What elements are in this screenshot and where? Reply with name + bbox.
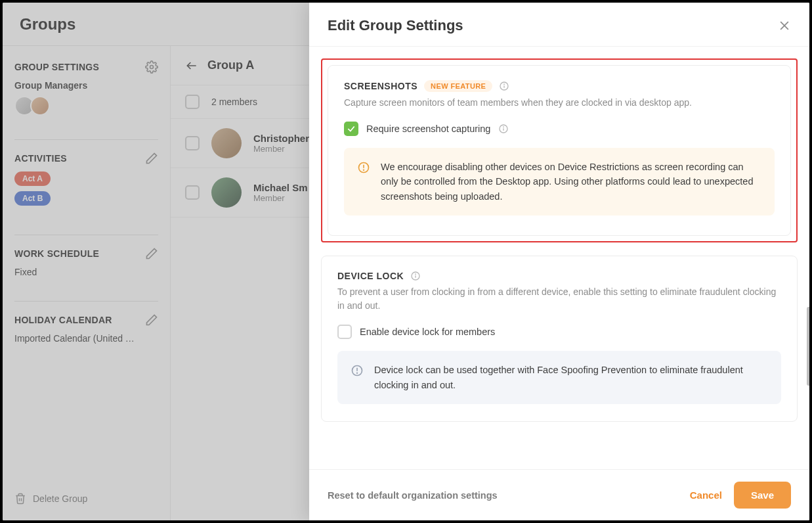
device-lock-desc: To prevent a user from clocking in from … <box>337 285 781 313</box>
enable-device-lock-label: Enable device lock for members <box>360 327 495 337</box>
warning-icon <box>357 160 370 204</box>
info-icon[interactable] <box>410 271 421 281</box>
require-screenshot-label: Require screenshot capturing <box>366 124 490 134</box>
screenshots-warning: We encourage disabling other devices on … <box>344 148 775 216</box>
device-lock-title: DEVICE LOCK <box>337 271 404 281</box>
svg-point-9 <box>503 127 504 127</box>
reset-to-default-link[interactable]: Reset to default organization settings <box>328 490 498 501</box>
cancel-button[interactable]: Cancel <box>690 489 722 501</box>
device-lock-info-text: Device lock can be used together with Fa… <box>374 363 768 392</box>
info-icon <box>351 363 364 392</box>
screenshots-card: SCREENSHOTS NEW FEATURE Capture screen m… <box>328 65 791 236</box>
save-button[interactable]: Save <box>734 482 791 509</box>
info-icon[interactable] <box>498 124 509 134</box>
edit-group-settings-modal: Edit Group Settings SCREENSHOTS NEW FEAT… <box>309 3 809 520</box>
screenshots-desc: Capture screen monitors of team members … <box>344 96 775 110</box>
screenshots-warning-text: We encourage disabling other devices on … <box>381 160 761 204</box>
modal-title: Edit Group Settings <box>328 17 463 34</box>
info-icon[interactable] <box>499 81 509 91</box>
enable-device-lock-checkbox[interactable] <box>337 325 352 339</box>
device-lock-card: DEVICE LOCK To prevent a user from clock… <box>321 256 798 422</box>
screenshots-highlight: SCREENSHOTS NEW FEATURE Capture screen m… <box>321 58 798 242</box>
close-icon[interactable] <box>778 19 791 32</box>
scrollbar-thumb[interactable] <box>807 307 811 386</box>
require-screenshot-checkbox[interactable] <box>344 122 358 136</box>
screenshots-title: SCREENSHOTS <box>344 81 417 91</box>
svg-point-6 <box>504 84 505 85</box>
svg-point-15 <box>416 274 416 275</box>
new-feature-badge: NEW FEATURE <box>424 80 492 92</box>
svg-point-18 <box>357 373 358 374</box>
svg-point-12 <box>364 170 364 170</box>
device-lock-info: Device lock can be used together with Fa… <box>337 351 781 404</box>
